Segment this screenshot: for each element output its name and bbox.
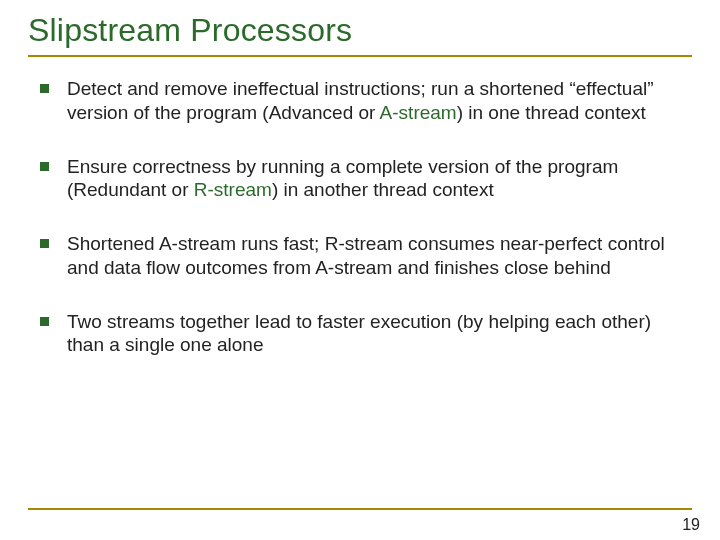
bullet-text-highlight: R-stream xyxy=(194,179,272,200)
list-item: Shortened A-stream runs fast; R-stream c… xyxy=(40,232,692,280)
bullet-text-pre: Two streams together lead to faster exec… xyxy=(67,311,651,356)
bullet-text: Shortened A-stream runs fast; R-stream c… xyxy=(67,232,692,280)
bullet-square-icon xyxy=(40,239,49,248)
bullet-text: Two streams together lead to faster exec… xyxy=(67,310,692,358)
list-item: Ensure correctness by running a complete… xyxy=(40,155,692,203)
title-underline xyxy=(28,55,692,57)
list-item: Two streams together lead to faster exec… xyxy=(40,310,692,358)
bullet-square-icon xyxy=(40,162,49,171)
bullet-list: Detect and remove ineffectual instructio… xyxy=(28,77,692,357)
bullet-square-icon xyxy=(40,84,49,93)
bullet-text-post: ) in one thread context xyxy=(457,102,646,123)
slide: Slipstream Processors Detect and remove … xyxy=(0,0,720,540)
page-title: Slipstream Processors xyxy=(28,12,692,49)
bullet-text-post: ) in another thread context xyxy=(272,179,494,200)
bullet-text: Ensure correctness by running a complete… xyxy=(67,155,692,203)
list-item: Detect and remove ineffectual instructio… xyxy=(40,77,692,125)
bullet-text-pre: Shortened A-stream runs fast; R-stream c… xyxy=(67,233,665,278)
footer-underline xyxy=(28,508,692,510)
page-number: 19 xyxy=(682,516,700,534)
bullet-square-icon xyxy=(40,317,49,326)
bullet-text: Detect and remove ineffectual instructio… xyxy=(67,77,692,125)
bullet-text-highlight: A-stream xyxy=(380,102,457,123)
